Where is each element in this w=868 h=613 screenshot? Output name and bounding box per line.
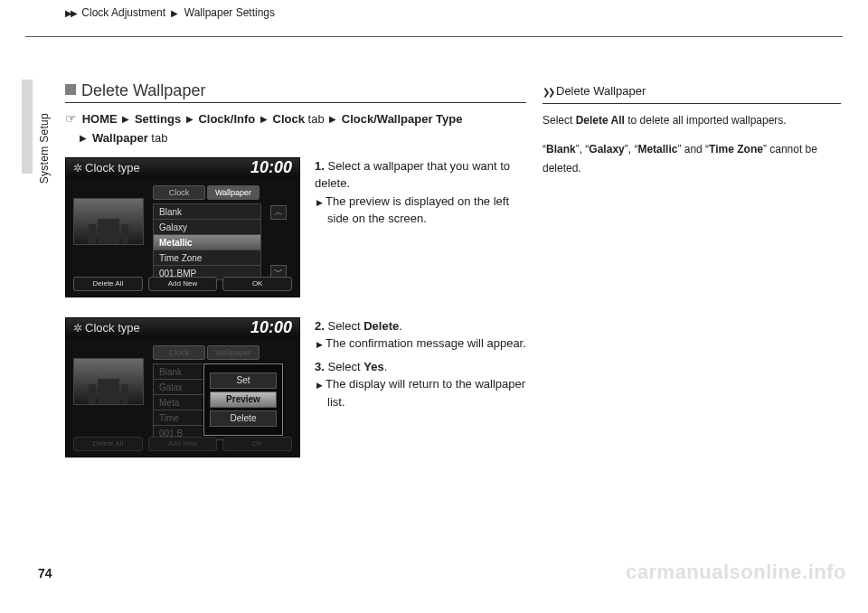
sub-text: The confirmation message will appear. xyxy=(326,336,526,350)
row-1: ✲ Clock type 10:00 Clock Wallpaper Blank… xyxy=(65,157,526,297)
nav-path: ☞ HOME ▶ Settings ▶ Clock/Info ▶ Clock t… xyxy=(65,108,526,148)
side-note-p1: Select Delete All to delete all imported… xyxy=(542,111,841,129)
wallpaper-preview xyxy=(73,198,144,245)
section-title-text: Delete Wallpaper xyxy=(81,81,205,99)
step-3: 3. Select Yes. xyxy=(315,358,526,376)
shot1-clock: 10:00 xyxy=(250,158,292,177)
popup-set-button[interactable]: Set xyxy=(210,373,277,389)
step-number: 2. xyxy=(315,319,325,333)
triangle-icon: ▶ xyxy=(122,114,129,124)
shot1-title-group: ✲ Clock type xyxy=(73,161,140,174)
path-tab1: tab xyxy=(305,112,327,126)
popup-preview-button[interactable]: Preview xyxy=(210,391,277,408)
gear-icon: ✲ xyxy=(73,322,82,335)
ok-button: OK xyxy=(222,437,292,451)
step-text: . xyxy=(399,319,402,333)
step-text: Select a wallpaper that you want to dele… xyxy=(315,159,510,191)
list-item-selected[interactable]: Metallic xyxy=(153,234,261,250)
shot2-body: Clock Wallpaper Blank Galax Meta Time 00… xyxy=(66,340,299,457)
watermark: carmanualsonline.info xyxy=(626,561,846,584)
add-new-button: Add New xyxy=(148,437,218,451)
shot1-title: Clock type xyxy=(85,161,140,174)
delete-all-button[interactable]: Delete All xyxy=(73,277,143,291)
step-sub: ▶The confirmation message will appear. xyxy=(315,335,526,353)
shot1-body: Clock Wallpaper Blank Galaxy Metallic Ti… xyxy=(66,180,299,297)
triangle-icon: ▶ xyxy=(186,114,193,124)
row-2: ✲ Clock type 10:00 Clock Wallpaper Blank… xyxy=(65,317,526,457)
section-title: Delete Wallpaper xyxy=(65,81,526,103)
sub-text: The display will return to the wallpaper… xyxy=(326,377,525,409)
tab-wallpaper: Wallpaper xyxy=(207,345,259,360)
delete-all-button: Delete All xyxy=(73,437,143,451)
shot1-header: ✲ Clock type 10:00 xyxy=(66,158,299,178)
triangle-icon: ▶ xyxy=(316,198,323,207)
side-notes-title: Delete Wallpaper xyxy=(556,84,646,98)
breadcrumb: ▶▶ Clock Adjustment ▶ Wallpaper Settings xyxy=(65,6,843,24)
path-tab2: tab xyxy=(148,131,168,145)
side-accent-tab xyxy=(22,80,33,174)
screenshot-1: ✲ Clock type 10:00 Clock Wallpaper Blank… xyxy=(65,157,300,297)
note-bold: Metallic xyxy=(637,143,677,156)
steps-2: 2. Select Delete. ▶The confirmation mess… xyxy=(315,317,526,457)
wallpaper-list: Blank Galaxy Metallic Time Zone 001.BMP xyxy=(153,203,261,280)
breadcrumb-sep-icon: ▶ xyxy=(171,8,178,18)
ok-button[interactable]: OK xyxy=(222,277,292,291)
page-number: 74 xyxy=(38,566,52,580)
shot2-clock: 10:00 xyxy=(250,318,292,337)
sub-text: The preview is displayed on the left sid… xyxy=(326,194,509,226)
wallpaper-preview xyxy=(73,358,144,405)
header-rule xyxy=(25,36,843,37)
shot2-title-group: ✲ Clock type xyxy=(73,321,140,335)
castle-icon xyxy=(98,379,119,404)
step-text: . xyxy=(384,360,388,373)
note-text: ”, “ xyxy=(576,143,590,156)
note-text: Select xyxy=(542,114,576,127)
step-number: 3. xyxy=(315,360,325,373)
tab-wallpaper[interactable]: Wallpaper xyxy=(207,185,259,200)
context-popup: Set Preview Delete xyxy=(203,363,283,436)
step-sub: ▶The preview is displayed on the left si… xyxy=(315,193,526,228)
triangle-icon: ▶ xyxy=(80,133,87,143)
note-bold: Delete All xyxy=(576,114,625,127)
castle-icon xyxy=(98,219,119,244)
tab-clock: Clock xyxy=(153,345,205,360)
section-bullet-icon xyxy=(65,84,76,95)
note-text: to delete all imported wallpapers. xyxy=(625,114,787,127)
list-item[interactable]: Time Zone xyxy=(153,250,261,265)
add-new-button[interactable]: Add New xyxy=(148,277,218,291)
shot2-title: Clock type xyxy=(85,321,140,335)
side-note-p2: “Blank”, “Galaxy”, “Metallic” and “Time … xyxy=(542,140,841,177)
popup-delete-button[interactable]: Delete xyxy=(210,410,277,427)
step-bold: Yes xyxy=(363,360,383,373)
steps-1: 1. Select a wallpaper that you want to d… xyxy=(315,157,526,297)
shot1-tabs: Clock Wallpaper xyxy=(153,185,259,200)
path-wallpaper: Wallpaper xyxy=(92,131,148,145)
tab-clock[interactable]: Clock xyxy=(153,185,205,200)
note-bold: Blank xyxy=(546,143,576,156)
double-chevron-icon: ❯❯ xyxy=(542,87,553,97)
screenshot-2: ✲ Clock type 10:00 Clock Wallpaper Blank… xyxy=(65,317,300,457)
path-home: HOME xyxy=(82,112,118,126)
breadcrumb-item-2: Wallpaper Settings xyxy=(184,6,275,19)
side-notes-header: ❯❯Delete Wallpaper xyxy=(542,81,841,104)
side-notes: ❯❯Delete Wallpaper Select Delete All to … xyxy=(542,81,841,188)
note-bold: Time Zone xyxy=(709,143,763,156)
shot2-bottom-buttons: Delete All Add New OK xyxy=(73,437,292,451)
list-item[interactable]: Galaxy xyxy=(153,219,261,234)
path-clockinfo: Clock/Info xyxy=(198,112,255,126)
triangle-icon: ▶ xyxy=(329,114,336,124)
shot2-header: ✲ Clock type 10:00 xyxy=(66,318,299,338)
side-section-label: System Setup xyxy=(38,113,51,184)
triangle-icon: ▶ xyxy=(260,114,268,124)
breadcrumb-arrows-icon: ▶▶ xyxy=(65,8,76,18)
shot2-tabs: Clock Wallpaper xyxy=(153,345,259,360)
chevron-up-icon[interactable]: ︿ xyxy=(270,205,287,220)
list-item[interactable]: Blank xyxy=(153,203,261,219)
step-1: 1. Select a wallpaper that you want to d… xyxy=(315,157,526,193)
shot1-bottom-buttons: Delete All Add New OK xyxy=(73,277,292,291)
step-text: Select xyxy=(327,319,363,333)
step-2: 2. Select Delete. xyxy=(315,317,526,335)
breadcrumb-item-1: Clock Adjustment xyxy=(81,6,165,19)
step-number: 1. xyxy=(315,159,325,173)
path-settings: Settings xyxy=(135,112,181,126)
